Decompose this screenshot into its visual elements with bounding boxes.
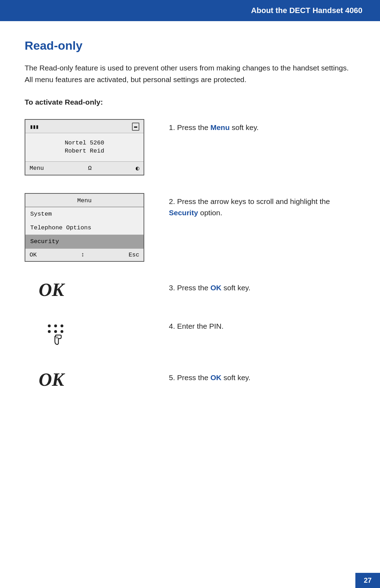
menu-softkey-right: Esc [128, 252, 139, 258]
step-3-instruction: 3. Press the OK soft key. [169, 282, 355, 293]
step-4-visual [25, 318, 155, 352]
step-4-row: 4. Enter the PIN. [25, 318, 355, 352]
svg-point-1 [54, 324, 57, 327]
ok-label-1: OK [25, 279, 144, 300]
menu-softkey-mid: ↕ [81, 252, 84, 258]
main-content: Read-only The Read-only feature is used … [0, 21, 380, 436]
screen1-line1: Nortel 5260 [32, 140, 137, 146]
menu-item-security: Security [25, 235, 144, 248]
menu-item-telephone-options: Telephone Options [25, 221, 144, 235]
step-1-instruction: 1. Press the Menu soft key. [169, 122, 355, 133]
step-5-text: 5. Press the OK soft key. [169, 369, 355, 383]
screen1-softkey-mid: Ω [88, 165, 91, 172]
svg-point-3 [48, 330, 51, 333]
signal-icon: ▮▮▮ [30, 123, 38, 130]
screen1-softkey-right: ◐ [136, 165, 139, 172]
menu-screen-title: Menu [25, 194, 144, 207]
sub-heading: To activate Read-only: [25, 98, 355, 106]
battery-icon: ▬ [132, 123, 139, 131]
step-1-row: ▮▮▮ ▬ Nortel 5260 Robert Reid Menu Ω ◐ 1… [25, 119, 355, 175]
step-1-num: 1. [169, 123, 177, 131]
header-bar: About the DECT Handset 4060 [0, 0, 380, 21]
step-2-text: 2. Press the arrow keys to scroll and hi… [169, 193, 355, 218]
step-2-before: Press the arrow keys to scroll and highl… [177, 197, 330, 205]
step-2-num: 2. [169, 197, 177, 205]
step-1-before: Press the [177, 123, 210, 131]
step-3-row: OK 3. Press the OK soft key. [25, 279, 355, 300]
step-5-after: soft key. [221, 373, 250, 382]
step-2-after: option. [198, 209, 222, 217]
step-4-instruction: 4. Enter the PIN. [169, 321, 355, 332]
menu-screen-bottom: OK ↕ Esc [25, 248, 144, 261]
step-3-text: 3. Press the OK soft key. [169, 279, 355, 293]
step-4-text: 4. Enter the PIN. [169, 318, 355, 332]
screen1-line2: Robert Reid [32, 148, 137, 154]
step-3-after: soft key. [221, 284, 250, 292]
step-3-visual: OK [25, 279, 155, 300]
step-5-num: 5. [169, 373, 177, 382]
intro-text: The Read-only feature is used to prevent… [25, 62, 355, 85]
screen1-softkey-left: Menu [30, 165, 44, 172]
screen1-display: Nortel 5260 Robert Reid [25, 133, 144, 161]
svg-point-5 [61, 330, 63, 333]
ok-label-2: OK [25, 369, 144, 390]
step-4-content: Enter the PIN. [177, 322, 223, 330]
menu-item-system: System [25, 207, 144, 221]
step-1-highlight: Menu [210, 123, 230, 131]
step-5-instruction: 5. Press the OK soft key. [169, 372, 355, 383]
step-5-row: OK 5. Press the OK soft key. [25, 369, 355, 390]
step-5-visual: OK [25, 369, 155, 390]
menu-softkey-left: OK [30, 252, 37, 258]
step-2-highlight: Security [169, 209, 198, 217]
step-1-visual: ▮▮▮ ▬ Nortel 5260 Robert Reid Menu Ω ◐ [25, 119, 155, 175]
pin-icon [25, 318, 144, 352]
step-5-before: Press the [177, 373, 210, 382]
step-2-visual: Menu System Telephone Options Security O… [25, 193, 155, 262]
svg-point-2 [61, 324, 63, 327]
header-title: About the DECT Handset 4060 [251, 6, 362, 15]
step-3-before: Press the [177, 284, 210, 292]
step-2-row: Menu System Telephone Options Security O… [25, 193, 355, 262]
menu-screen: Menu System Telephone Options Security O… [25, 193, 144, 262]
step-1-after: soft key. [230, 123, 259, 131]
step-1-text: 1. Press the Menu soft key. [169, 119, 355, 133]
phone-screen-1: ▮▮▮ ▬ Nortel 5260 Robert Reid Menu Ω ◐ [25, 119, 144, 175]
page-number: 27 [355, 573, 380, 588]
step-2-instruction: 2. Press the arrow keys to scroll and hi… [169, 196, 355, 218]
screen1-top-bar: ▮▮▮ ▬ [25, 120, 144, 133]
step-3-num: 3. [169, 284, 177, 292]
svg-point-0 [48, 324, 51, 327]
step-5-highlight: OK [210, 373, 222, 382]
screen1-bottom-bar: Menu Ω ◐ [25, 161, 144, 175]
pin-keypad-icon [42, 320, 70, 348]
step-4-num: 4. [169, 322, 177, 330]
step-3-highlight: OK [210, 284, 222, 292]
page-title: Read-only [25, 39, 355, 52]
svg-point-4 [54, 330, 57, 333]
